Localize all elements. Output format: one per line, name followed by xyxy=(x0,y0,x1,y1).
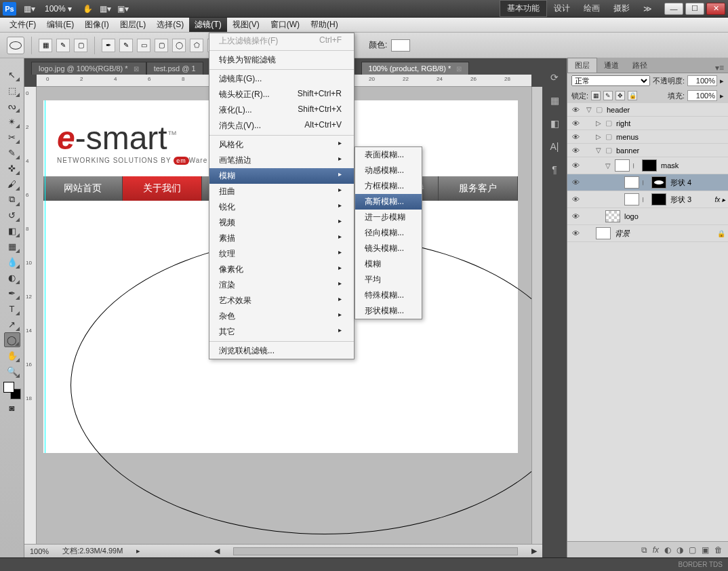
tab-logo[interactable]: logo.jpg @ 100%(RGB/8) *⊠ xyxy=(31,62,146,75)
quickmask-icon[interactable]: ◙ xyxy=(4,400,20,415)
para-icon[interactable]: ¶ xyxy=(552,164,557,175)
crop-tool[interactable]: ✂ xyxy=(4,130,20,144)
menu-sharpen[interactable]: 锐化 xyxy=(209,199,354,215)
visibility-icon[interactable]: 👁 xyxy=(570,229,581,237)
menu-blur[interactable]: 模糊 xyxy=(209,168,354,184)
menu-texture[interactable]: 纹理 xyxy=(209,246,354,262)
heal-tool[interactable]: ✜ xyxy=(4,161,20,176)
tab-paths[interactable]: 路径 xyxy=(626,58,654,73)
visibility-icon[interactable]: 👁 xyxy=(570,106,581,114)
trash-icon[interactable]: 🗑 xyxy=(714,545,723,555)
menu-window[interactable]: 窗口(W) xyxy=(265,18,305,32)
mask-icon[interactable]: ◐ xyxy=(664,545,671,555)
menu-pixelate[interactable]: 像素化 xyxy=(209,262,354,277)
arrange-icon[interactable]: ▦▾ xyxy=(98,3,113,15)
polygon-icon[interactable]: ⬠ xyxy=(190,39,203,52)
chevron-icon[interactable]: ▸ xyxy=(720,77,724,85)
char-icon[interactable]: A| xyxy=(550,141,559,152)
lock-trans-icon[interactable]: ▦ xyxy=(591,91,601,100)
fill-pixels-icon[interactable]: ▢ xyxy=(74,39,87,52)
menu-lens-blur[interactable]: 镜头模糊... xyxy=(355,241,422,256)
visibility-icon[interactable]: 👁 xyxy=(570,161,581,170)
workspace-paint[interactable]: 绘画 xyxy=(577,1,607,16)
visibility-icon[interactable]: 👁 xyxy=(570,146,581,155)
menu-smart-blur[interactable]: 特殊模糊... xyxy=(355,288,422,303)
eraser-tool[interactable]: ◧ xyxy=(4,223,20,238)
fx-icon[interactable]: fx xyxy=(653,545,659,555)
zoom-level[interactable]: 100% ▾ xyxy=(45,4,72,14)
menu-render[interactable]: 渲染 xyxy=(209,277,354,293)
folder-icon[interactable]: ▢ xyxy=(689,545,696,555)
menu-liquify[interactable]: 液化(L)...Shift+Ctrl+X xyxy=(209,102,354,118)
shape-layers-icon[interactable]: ▦ xyxy=(39,39,52,52)
nav-about[interactable]: 关于我们 xyxy=(123,176,202,201)
menu-select[interactable]: 选择(S) xyxy=(151,18,189,32)
nav-service[interactable]: 服务客户 xyxy=(439,176,518,201)
visibility-icon[interactable]: 👁 xyxy=(570,133,581,141)
stamp-tool[interactable]: ⧉ xyxy=(4,192,20,207)
screen-mode-icon[interactable]: ▣▾ xyxy=(115,3,130,15)
workspace-more[interactable]: ≫ xyxy=(636,2,659,16)
blend-mode-select[interactable]: 正常 xyxy=(571,75,650,86)
scrollbar-vertical[interactable] xyxy=(531,87,542,544)
tool-preset[interactable] xyxy=(7,37,24,54)
menu-help[interactable]: 帮助(H) xyxy=(305,18,344,32)
paths-icon[interactable]: ✎ xyxy=(56,39,70,52)
menu-surface-blur[interactable]: 表面模糊... xyxy=(355,147,422,163)
hand-tool[interactable]: ✋ xyxy=(4,348,20,363)
hand-icon[interactable]: ✋ xyxy=(80,3,95,15)
eyedropper-tool[interactable]: ✎ xyxy=(4,145,20,160)
menu-other[interactable]: 其它 xyxy=(209,324,354,340)
menu-stylize[interactable]: 风格化 xyxy=(209,137,354,153)
menu-video[interactable]: 视频 xyxy=(209,215,354,231)
visibility-icon[interactable]: 👁 xyxy=(570,119,581,127)
move-tool[interactable]: ↖ xyxy=(4,67,20,82)
path-select-tool[interactable]: ↗ xyxy=(4,317,20,332)
color-swatch[interactable] xyxy=(391,39,410,52)
menu-artistic[interactable]: 艺术效果 xyxy=(209,293,354,309)
menu-layer[interactable]: 图层(L) xyxy=(115,18,152,32)
lock-all-icon[interactable]: 🔒 xyxy=(628,91,637,100)
layer-item[interactable]: 👁▽⁞mask xyxy=(567,157,728,174)
menu-average[interactable]: 平均 xyxy=(355,272,422,288)
tab-layers[interactable]: 图层 xyxy=(567,58,597,73)
layer-item[interactable]: 👁▽▢banner xyxy=(567,144,728,157)
panel-menu-icon[interactable]: ▾≡ xyxy=(711,63,728,73)
nav-home[interactable]: 网站首页 xyxy=(43,176,123,201)
menu-filter[interactable]: 滤镜(T) xyxy=(189,18,226,32)
lasso-tool[interactable]: ᔓ xyxy=(4,98,20,113)
layer-item[interactable]: 👁logo xyxy=(567,208,728,225)
layer-item[interactable]: 👁▽▢header xyxy=(567,103,728,117)
layer-item[interactable]: 👁▷▢menus xyxy=(567,130,728,144)
fill-input[interactable]: 100% xyxy=(687,90,717,101)
history-icon[interactable]: ⟳ xyxy=(550,72,559,83)
link-icon[interactable]: ⧉ xyxy=(641,545,647,555)
color-icon[interactable]: ◧ xyxy=(550,118,559,129)
menu-radial-blur[interactable]: 径向模糊... xyxy=(355,225,422,241)
menu-smart-filter[interactable]: 转换为智能滤镜 xyxy=(209,52,354,68)
roundrect-icon[interactable]: ▢ xyxy=(155,39,168,52)
visibility-icon[interactable]: 👁 xyxy=(570,195,581,203)
chevron-icon[interactable]: ▸ xyxy=(720,92,724,100)
tab-channels[interactable]: 通道 xyxy=(597,58,626,73)
window-maximize[interactable]: ☐ xyxy=(685,3,704,15)
marquee-tool[interactable]: ⬚ xyxy=(4,83,20,98)
menu-lens-correction[interactable]: 镜头校正(R)...Shift+Ctrl+R xyxy=(209,87,354,102)
menu-blur-more[interactable]: 进一步模糊 xyxy=(355,210,422,225)
zoom-tool[interactable]: 🔍 xyxy=(4,363,20,378)
menu-edit[interactable]: 编辑(E) xyxy=(41,18,79,32)
menu-blur-simple[interactable]: 模糊 xyxy=(355,256,422,272)
color-swatches[interactable] xyxy=(3,382,21,399)
ellipse-icon[interactable]: ◯ xyxy=(172,39,186,52)
adjust-icon[interactable]: ◑ xyxy=(676,545,683,555)
type-tool[interactable]: T xyxy=(4,301,20,316)
menu-noise[interactable]: 杂色 xyxy=(209,309,354,324)
opacity-input[interactable]: 100% xyxy=(687,75,717,86)
menu-view[interactable]: 视图(V) xyxy=(227,18,265,32)
workspace-photo[interactable]: 摄影 xyxy=(607,1,636,16)
window-close[interactable]: ✕ xyxy=(706,3,725,15)
menu-browse-online[interactable]: 浏览联机滤镜... xyxy=(209,343,354,359)
lock-paint-icon[interactable]: ✎ xyxy=(603,91,613,100)
pen-icon[interactable]: ✒ xyxy=(102,39,115,52)
workspace-design[interactable]: 设计 xyxy=(547,1,577,16)
